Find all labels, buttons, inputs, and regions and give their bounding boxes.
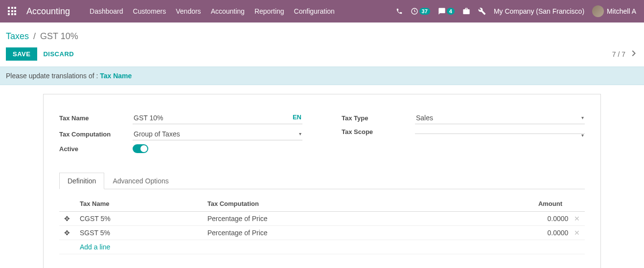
tax-name-input[interactable] [133,112,302,124]
chat-icon[interactable]: 4 [438,7,455,15]
table-row[interactable]: ✥ CGST 5% Percentage of Price 0.0000 ✕ [59,212,585,226]
activity-icon[interactable]: 37 [411,7,430,15]
breadcrumb-separator: / [33,31,36,41]
row-tax-name[interactable]: SGST 5% [75,226,203,240]
avatar [592,5,604,17]
company-selector[interactable]: My Company (San Francisco) [494,7,584,15]
pager-text[interactable]: 7 / 7 [612,50,625,58]
active-label: Active [59,145,133,153]
discard-button[interactable]: DISCARD [43,50,74,58]
tax-computation-label: Tax Computation [59,131,133,138]
alert-field-link[interactable]: Tax Name [100,72,132,80]
pager-next-icon[interactable] [631,50,636,59]
user-name: Mitchell A [607,7,636,15]
tax-computation-select[interactable]: Group of Taxes [133,128,302,140]
nav-menu: Dashboard Customers Vendors Accounting R… [90,7,395,15]
tax-scope-label: Tax Scope [342,128,415,135]
support-icon[interactable] [462,7,470,15]
active-toggle[interactable] [133,144,148,153]
table-row-add: Add a line [59,240,585,254]
nav-reporting[interactable]: Reporting [254,7,284,15]
row-amount: 0.0000 [548,215,569,223]
add-line-link[interactable]: Add a line [80,243,110,251]
form-sheet: Tax Name EN Tax Computation Group of Tax… [43,94,601,268]
row-tax-computation: Percentage of Price [203,226,423,240]
row-amount: 0.0000 [548,229,569,237]
translation-alert: Please update translations of : Tax Name [0,67,644,85]
nav-dashboard[interactable]: Dashboard [90,7,123,15]
tab-definition[interactable]: Definition [59,173,104,189]
row-tax-computation: Percentage of Price [203,212,423,226]
breadcrumb: Taxes / GST 10% [6,31,636,42]
breadcrumb-parent[interactable]: Taxes [6,31,29,41]
col-tax-name-header: Tax Name [75,196,203,212]
tax-type-select[interactable]: Sales [415,112,585,124]
nav-right: 37 4 My Company (San Francisco) Mitchell… [396,5,636,17]
delete-row-icon[interactable]: ✕ [574,229,580,237]
control-bar: Taxes / GST 10% SAVE DISCARD 7 / 7 [0,22,644,67]
col-tax-computation-header: Tax Computation [203,196,423,212]
tabs: Definition Advanced Options [59,173,585,189]
phone-icon[interactable] [396,8,403,15]
user-menu[interactable]: Mitchell A [592,5,636,17]
nav-vendors[interactable]: Vendors [176,7,201,15]
buttons-row: SAVE DISCARD 7 / 7 [6,47,636,61]
delete-row-icon[interactable]: ✕ [574,215,580,223]
navbar: Accounting Dashboard Customers Vendors A… [0,0,644,22]
app-title: Accounting [26,6,70,17]
drag-handle-icon[interactable]: ✥ [59,212,75,226]
nav-accounting[interactable]: Accounting [211,7,245,15]
developer-tools-icon[interactable] [478,7,486,15]
nav-customers[interactable]: Customers [133,7,166,15]
alert-prefix: Please update translations of : [6,72,100,80]
row-tax-name[interactable]: CGST 5% [75,212,203,226]
activity-badge: 37 [419,8,430,15]
translate-button[interactable]: EN [293,113,301,121]
apps-menu-icon[interactable] [8,7,17,16]
table-row[interactable]: ✥ SGST 5% Percentage of Price 0.0000 ✕ [59,226,585,240]
tax-type-label: Tax Type [342,114,415,122]
pager: 7 / 7 [612,50,636,59]
drag-handle-icon[interactable]: ✥ [59,226,75,240]
children-taxes-table: Tax Name Tax Computation Amount ✥ CGST 5… [59,196,585,254]
col-amount-header: Amount [423,196,585,212]
tax-name-label: Tax Name [59,114,133,122]
nav-configuration[interactable]: Configuration [294,7,335,15]
save-button[interactable]: SAVE [6,47,37,61]
tab-advanced-options[interactable]: Advanced Options [104,173,177,189]
breadcrumb-current: GST 10% [40,31,78,41]
chat-badge: 4 [447,8,455,15]
tax-scope-select[interactable] [415,130,585,134]
